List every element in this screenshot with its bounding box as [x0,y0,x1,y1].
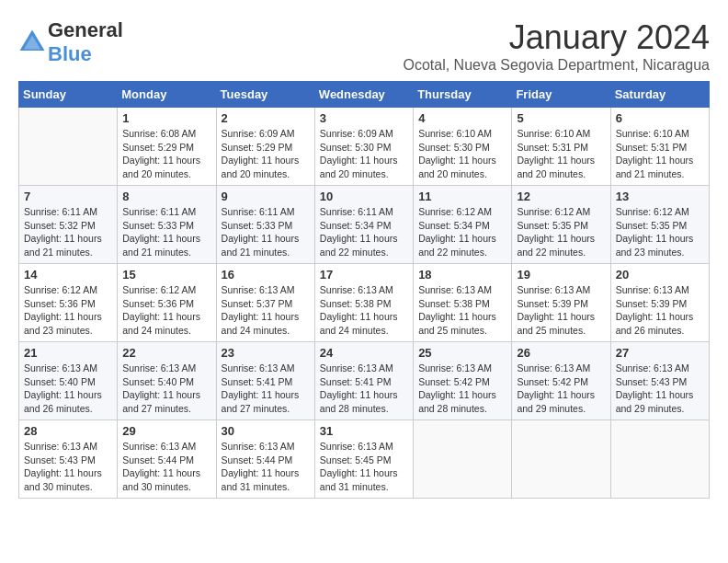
calendar-cell: 11 Sunrise: 6:12 AMSunset: 5:34 PMDaylig… [414,186,512,264]
day-info: Sunrise: 6:10 AMSunset: 5:30 PMDaylight:… [418,128,496,179]
day-info: Sunrise: 6:13 AMSunset: 5:43 PMDaylight:… [24,441,102,492]
day-info: Sunrise: 6:13 AMSunset: 5:39 PMDaylight:… [616,284,694,336]
calendar-cell [512,420,610,499]
calendar-cell: 19 Sunrise: 6:13 AMSunset: 5:39 PMDaylig… [512,264,610,342]
day-number: 19 [517,268,605,282]
day-number: 6 [616,111,704,125]
day-info: Sunrise: 6:13 AMSunset: 5:45 PMDaylight:… [320,441,398,492]
day-number: 13 [616,190,704,203]
calendar-table: SundayMondayTuesdayWednesdayThursdayFrid… [18,81,710,499]
day-info: Sunrise: 6:12 AMSunset: 5:34 PMDaylight:… [418,206,496,258]
day-number: 9 [222,190,310,203]
day-info: Sunrise: 6:08 AMSunset: 5:29 PMDaylight:… [122,128,200,179]
day-number: 28 [24,424,112,438]
day-number: 17 [320,268,408,282]
logo-general-text: General [48,18,123,41]
day-number: 30 [222,424,310,438]
weekday-header-thursday: Thursday [414,82,512,108]
day-info: Sunrise: 6:13 AMSunset: 5:44 PMDaylight:… [222,441,300,492]
day-info: Sunrise: 6:10 AMSunset: 5:31 PMDaylight:… [616,128,694,179]
day-info: Sunrise: 6:13 AMSunset: 5:37 PMDaylight:… [222,284,300,336]
calendar-cell: 27 Sunrise: 6:13 AMSunset: 5:43 PMDaylig… [610,342,709,420]
calendar-cell: 14 Sunrise: 6:12 AMSunset: 5:36 PMDaylig… [19,264,118,342]
week-row-3: 14 Sunrise: 6:12 AMSunset: 5:36 PMDaylig… [19,264,710,342]
day-number: 16 [222,268,310,282]
day-number: 27 [616,346,704,360]
week-row-4: 21 Sunrise: 6:13 AMSunset: 5:40 PMDaylig… [19,342,710,420]
day-info: Sunrise: 6:13 AMSunset: 5:42 PMDaylight:… [517,362,595,414]
day-info: Sunrise: 6:11 AMSunset: 5:34 PMDaylight:… [320,206,398,258]
calendar-cell: 12 Sunrise: 6:12 AMSunset: 5:35 PMDaylig… [512,186,610,264]
day-number: 2 [222,111,310,125]
day-number: 4 [418,111,506,125]
day-info: Sunrise: 6:13 AMSunset: 5:38 PMDaylight:… [320,284,398,336]
calendar-cell: 6 Sunrise: 6:10 AMSunset: 5:31 PMDayligh… [610,108,709,186]
day-info: Sunrise: 6:13 AMSunset: 5:41 PMDaylight:… [320,362,398,414]
calendar-cell: 18 Sunrise: 6:13 AMSunset: 5:38 PMDaylig… [414,264,512,342]
calendar-cell: 7 Sunrise: 6:11 AMSunset: 5:32 PMDayligh… [19,186,118,264]
day-info: Sunrise: 6:13 AMSunset: 5:41 PMDaylight:… [222,362,300,414]
day-number: 24 [320,346,408,360]
day-number: 29 [122,424,210,438]
calendar-cell: 10 Sunrise: 6:11 AMSunset: 5:34 PMDaylig… [314,186,413,264]
day-number: 31 [320,424,408,438]
day-info: Sunrise: 6:13 AMSunset: 5:42 PMDaylight:… [418,362,496,414]
day-info: Sunrise: 6:12 AMSunset: 5:35 PMDaylight:… [616,206,694,258]
calendar-cell: 31 Sunrise: 6:13 AMSunset: 5:45 PMDaylig… [314,420,413,499]
calendar-cell: 8 Sunrise: 6:11 AMSunset: 5:33 PMDayligh… [118,186,216,264]
day-number: 5 [517,111,605,125]
day-info: Sunrise: 6:12 AMSunset: 5:35 PMDaylight:… [517,206,595,258]
day-number: 26 [517,346,605,360]
month-title: January 2024 [403,18,710,57]
day-number: 11 [418,190,506,203]
day-number: 3 [320,111,408,125]
day-info: Sunrise: 6:11 AMSunset: 5:32 PMDaylight:… [24,206,102,258]
day-info: Sunrise: 6:13 AMSunset: 5:43 PMDaylight:… [616,362,694,414]
calendar-cell: 25 Sunrise: 6:13 AMSunset: 5:42 PMDaylig… [414,342,512,420]
calendar-cell: 26 Sunrise: 6:13 AMSunset: 5:42 PMDaylig… [512,342,610,420]
calendar-cell: 24 Sunrise: 6:13 AMSunset: 5:41 PMDaylig… [314,342,413,420]
weekday-header-row: SundayMondayTuesdayWednesdayThursdayFrid… [19,82,710,108]
weekday-header-friday: Friday [512,82,610,108]
calendar-cell: 17 Sunrise: 6:13 AMSunset: 5:38 PMDaylig… [314,264,413,342]
day-number: 7 [24,190,112,203]
calendar-cell: 20 Sunrise: 6:13 AMSunset: 5:39 PMDaylig… [610,264,709,342]
calendar-cell: 9 Sunrise: 6:11 AMSunset: 5:33 PMDayligh… [216,186,314,264]
calendar-cell [414,420,512,499]
calendar-cell: 2 Sunrise: 6:09 AMSunset: 5:29 PMDayligh… [216,108,314,186]
day-info: Sunrise: 6:11 AMSunset: 5:33 PMDaylight:… [222,206,300,258]
day-info: Sunrise: 6:13 AMSunset: 5:40 PMDaylight:… [122,362,200,414]
day-info: Sunrise: 6:13 AMSunset: 5:44 PMDaylight:… [122,441,200,492]
location-title: Ocotal, Nueva Segovia Department, Nicara… [403,57,710,74]
day-number: 14 [24,268,112,282]
weekday-header-tuesday: Tuesday [216,82,314,108]
calendar-cell [19,108,118,186]
calendar-cell: 30 Sunrise: 6:13 AMSunset: 5:44 PMDaylig… [216,420,314,499]
day-info: Sunrise: 6:12 AMSunset: 5:36 PMDaylight:… [122,284,200,336]
logo-icon [18,29,46,56]
day-info: Sunrise: 6:09 AMSunset: 5:29 PMDaylight:… [222,128,300,179]
calendar-cell: 1 Sunrise: 6:08 AMSunset: 5:29 PMDayligh… [118,108,216,186]
week-row-1: 1 Sunrise: 6:08 AMSunset: 5:29 PMDayligh… [19,108,710,186]
day-number: 22 [122,346,210,360]
day-info: Sunrise: 6:12 AMSunset: 5:36 PMDaylight:… [24,284,102,336]
day-number: 8 [122,190,210,203]
day-info: Sunrise: 6:10 AMSunset: 5:31 PMDaylight:… [517,128,595,179]
calendar-cell: 28 Sunrise: 6:13 AMSunset: 5:43 PMDaylig… [19,420,118,499]
day-number: 15 [122,268,210,282]
calendar-cell: 29 Sunrise: 6:13 AMSunset: 5:44 PMDaylig… [118,420,216,499]
calendar-cell: 22 Sunrise: 6:13 AMSunset: 5:40 PMDaylig… [118,342,216,420]
calendar-cell: 3 Sunrise: 6:09 AMSunset: 5:30 PMDayligh… [314,108,413,186]
calendar-cell: 4 Sunrise: 6:10 AMSunset: 5:30 PMDayligh… [414,108,512,186]
day-number: 1 [122,111,210,125]
weekday-header-saturday: Saturday [610,82,709,108]
calendar-cell: 13 Sunrise: 6:12 AMSunset: 5:35 PMDaylig… [610,186,709,264]
day-number: 25 [418,346,506,360]
header: General Blue January 2024 Ocotal, Nueva … [18,18,710,74]
weekday-header-sunday: Sunday [19,82,118,108]
day-info: Sunrise: 6:13 AMSunset: 5:40 PMDaylight:… [24,362,102,414]
day-info: Sunrise: 6:13 AMSunset: 5:38 PMDaylight:… [418,284,496,336]
day-info: Sunrise: 6:11 AMSunset: 5:33 PMDaylight:… [122,206,200,258]
weekday-header-monday: Monday [118,82,216,108]
day-number: 18 [418,268,506,282]
